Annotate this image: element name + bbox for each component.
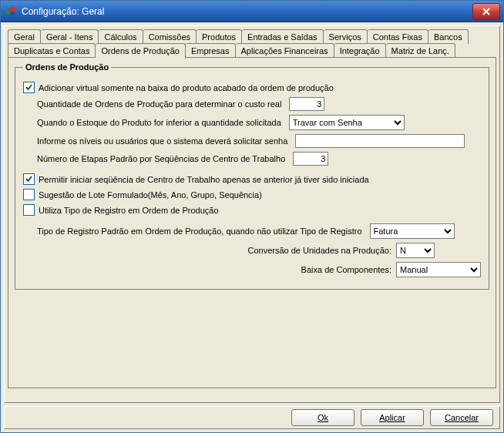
row-add-virtual: Adicionar virtual somente na baixa do pr… — [23, 82, 481, 93]
sel-tipo[interactable]: Fatura — [370, 223, 455, 239]
apply-button[interactable]: Aplicar — [361, 409, 424, 426]
lbl-baixa: Baixa de Componentes: — [301, 265, 391, 274]
lbl-niveis: Informe os níveis ou usuários que o sist… — [37, 136, 287, 146]
tab-entradas[interactable]: Entradas e Saídas — [242, 29, 324, 44]
app-icon — [5, 5, 18, 18]
row-qtd: Quantidade de Ordens de Produção para de… — [23, 97, 481, 111]
close-button[interactable] — [472, 3, 500, 20]
tabs-row-2: Duplicatas e Contas Ordens de Produção E… — [8, 43, 455, 58]
chk-utiliza[interactable] — [23, 204, 35, 216]
row-estoque: Quando o Estoque do Produto for inferior… — [23, 115, 481, 130]
svg-point-2 — [10, 12, 15, 16]
lbl-qtd: Quantidade de Ordens de Produção para de… — [37, 99, 281, 109]
tab-bancos[interactable]: Bancos — [428, 29, 469, 44]
chk-sugestao[interactable] — [23, 189, 35, 200]
cancel-button[interactable]: Cancelar — [430, 409, 493, 426]
row-sugestao: Sugestão de Lote Formulado(Mês, Ano, Gru… — [23, 189, 481, 200]
row-niveis: Informe os níveis ou usuários que o sist… — [23, 134, 481, 148]
tab-strip: Geral Geral - Itens Cálculos Comissões P… — [8, 29, 496, 58]
tab-comissoes[interactable]: Comissões — [143, 29, 197, 44]
titlebar: Configuração: Geral — [1, 1, 503, 22]
lbl-add-virtual: Adicionar virtual somente na baixa do pr… — [39, 83, 334, 92]
tabs-row-1: Geral Geral - Itens Cálculos Comissões P… — [8, 29, 469, 44]
check-icon — [25, 83, 33, 92]
client-area: Geral Geral - Itens Cálculos Comissões P… — [1, 22, 503, 432]
row-baixa: Baixa de Componentes: Manual — [23, 262, 481, 277]
tab-integracao[interactable]: Integração — [334, 43, 386, 58]
lbl-tipo: Tipo de Registro Padrão em Ordem de Prod… — [37, 227, 362, 236]
row-utiliza: Utiliza Tipo de Registro em Ordem de Pro… — [23, 204, 481, 216]
tab-produtos[interactable]: Produtos — [197, 29, 242, 44]
lbl-estoque: Quando o Estoque do Produto for inferior… — [37, 118, 281, 127]
config-window: Configuração: Geral Geral Geral - Itens … — [0, 0, 504, 433]
tab-geral[interactable]: Geral — [8, 29, 41, 44]
tab-empresas[interactable]: Empresas — [186, 43, 236, 58]
input-qtd[interactable] — [289, 97, 324, 111]
tab-calculos[interactable]: Cálculos — [99, 29, 143, 44]
tab-aplicacoes[interactable]: Aplicações Financeiras — [236, 43, 334, 58]
tab-duplicatas[interactable]: Duplicatas e Contas — [8, 43, 96, 58]
button-bar: Ok Aplicar Cancelar — [4, 406, 500, 429]
row-permit: Permitir iniciar seqüência de Centro de … — [23, 173, 481, 185]
check-icon — [25, 175, 33, 183]
chk-add-virtual[interactable] — [23, 82, 35, 93]
input-niveis[interactable] — [295, 134, 465, 148]
sel-conv[interactable]: N — [396, 243, 435, 258]
chk-permit[interactable] — [23, 173, 35, 185]
tab-matriz[interactable]: Matriz de Lanç. — [386, 43, 455, 58]
lbl-permit: Permitir iniciar seqüência de Centro de … — [39, 175, 369, 184]
sel-estoque[interactable]: Travar com Senha — [289, 115, 405, 130]
lbl-etapas: Número de Etapas Padrão por Seqüências d… — [37, 154, 285, 163]
group-legend: Ordens de Produção — [23, 62, 111, 72]
input-etapas[interactable] — [293, 152, 328, 166]
lbl-utiliza: Utiliza Tipo de Registro em Ordem de Pro… — [39, 206, 219, 215]
lbl-sugestao: Sugestão de Lote Formulado(Mês, Ano, Gru… — [39, 190, 262, 200]
tab-servicos[interactable]: Serviços — [324, 29, 368, 44]
tab-ordens[interactable]: Ordens de Produção — [96, 43, 186, 59]
row-tipo: Tipo de Registro Padrão em Ordem de Prod… — [23, 223, 481, 239]
tab-geral-itens[interactable]: Geral - Itens — [41, 29, 99, 44]
close-icon — [482, 8, 490, 15]
lbl-conv: Conversão de Unidades na Produção: — [247, 246, 391, 255]
row-conv: Conversão de Unidades na Produção: N — [23, 243, 481, 258]
outer-panel: Geral Geral - Itens Cálculos Comissões P… — [4, 25, 500, 403]
row-etapas: Número de Etapas Padrão por Seqüências d… — [23, 152, 481, 166]
group-ordens: Ordens de Produção Adicionar virtual som… — [15, 62, 489, 290]
ok-button[interactable]: Ok — [291, 409, 354, 426]
sel-baixa[interactable]: Manual — [396, 262, 481, 277]
tab-body: Ordens de Produção Adicionar virtual som… — [8, 57, 496, 388]
tab-contas-fixas[interactable]: Contas Fixas — [368, 29, 428, 44]
window-title: Configuração: Geral — [22, 6, 472, 17]
